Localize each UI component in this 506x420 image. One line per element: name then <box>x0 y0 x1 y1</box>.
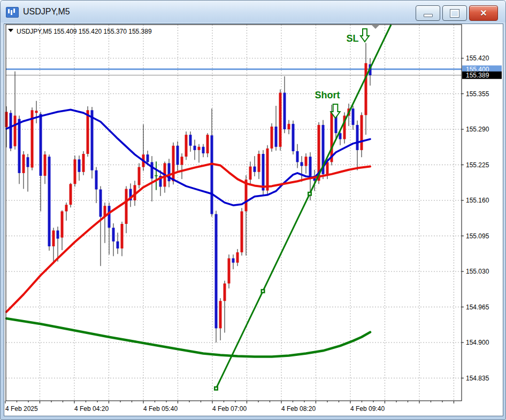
candle-body <box>202 147 205 153</box>
price-tick-label: 155.290 <box>466 126 489 133</box>
candle-body <box>125 189 128 224</box>
candle-body <box>138 167 141 185</box>
candle-body <box>27 157 29 167</box>
candle-body <box>219 301 222 328</box>
trendline-handle-center <box>216 387 217 389</box>
candle <box>215 211 218 343</box>
candle <box>228 254 231 288</box>
candle-body <box>61 212 64 238</box>
candle-body <box>177 146 179 165</box>
restore-icon <box>450 10 459 17</box>
time-tick-label: 4 Feb 08:20 <box>281 405 316 413</box>
title-bar[interactable]: USDJPY,M5 ✕ <box>1 1 505 22</box>
candle-body <box>57 230 59 238</box>
candle <box>48 154 51 251</box>
close-button[interactable]: ✕ <box>469 5 498 21</box>
price-tick-label: 155.420 <box>466 55 489 62</box>
chart-area[interactable]: 155.420155.355155.290155.225155.160155.0… <box>4 24 503 416</box>
candle-body <box>40 114 42 176</box>
trendline-handle-center <box>262 290 264 292</box>
candle-body <box>288 124 290 129</box>
candle-body <box>108 206 111 228</box>
candle-body <box>70 184 72 205</box>
candle <box>271 123 273 152</box>
candle-body <box>292 124 295 151</box>
candle-body <box>48 157 51 246</box>
candle-body <box>262 154 265 191</box>
restore-button[interactable] <box>442 5 467 21</box>
candle-body <box>194 146 196 150</box>
candle-body <box>215 214 218 329</box>
candle-body <box>99 190 102 217</box>
candle-body <box>87 110 89 154</box>
window-title: USDJPY,M5 <box>23 7 70 17</box>
candle-body <box>309 157 312 176</box>
time-tick-label: 4 Feb 09:40 <box>350 405 385 413</box>
candle <box>185 131 188 160</box>
candlestick-chart[interactable]: 155.420155.355155.290155.225155.160155.0… <box>4 24 503 416</box>
candle-body <box>181 157 183 165</box>
price-tick-label: 155.355 <box>466 90 489 98</box>
price-tick-label: 155.095 <box>466 232 489 240</box>
minimize-icon <box>424 14 433 17</box>
candle-body <box>172 146 175 182</box>
candle-body <box>283 93 286 130</box>
candle-body <box>296 151 299 162</box>
price-tick-label: 154.965 <box>466 304 489 311</box>
candle <box>279 89 282 151</box>
candle <box>292 121 295 155</box>
close-icon: ✕ <box>480 9 487 18</box>
annotation-text-short[interactable]: Short <box>315 90 340 100</box>
candle-body <box>198 147 201 150</box>
candle-body <box>352 108 355 125</box>
candle-body <box>44 154 47 176</box>
candle <box>31 107 34 170</box>
price-tick-label: 155.225 <box>466 161 489 169</box>
candle <box>10 110 12 151</box>
candle-body <box>305 157 308 166</box>
chart-window: USDJPY,M5 ✕ 155.420155.355155.290155.225… <box>0 0 506 420</box>
minimize-button[interactable] <box>416 5 440 21</box>
candle-body <box>95 170 98 190</box>
annotation-text-sl[interactable]: SL <box>346 33 358 44</box>
candle-body <box>18 119 21 173</box>
candle-body <box>365 63 367 115</box>
candle-body <box>275 127 278 147</box>
price-tick-label: 154.835 <box>466 375 489 382</box>
candle-body <box>271 127 273 149</box>
candle <box>322 120 325 180</box>
candle-body <box>117 242 119 248</box>
candle-body <box>14 115 17 146</box>
candle-body <box>236 252 239 262</box>
candle-body <box>249 167 252 180</box>
candle-body <box>356 125 359 150</box>
candle-body <box>35 111 38 113</box>
time-tick-label: 4 Feb 04:20 <box>74 405 109 413</box>
candle-body <box>254 167 256 172</box>
time-tick-label: 4 Feb 05:40 <box>143 405 178 413</box>
candle <box>241 208 243 255</box>
candle-body <box>185 135 188 157</box>
candle-body <box>22 154 25 173</box>
candle <box>343 112 346 143</box>
trendline-handle-center <box>309 193 311 195</box>
candle-body <box>266 149 269 191</box>
candle-body <box>189 135 192 146</box>
time-tick-label: 4 Feb 07:00 <box>212 405 247 413</box>
candle-body <box>301 162 303 166</box>
ohlc-header: USDJPY,M5 155.409 155.420 155.370 155.38… <box>8 28 152 35</box>
current-price-label: 155.389 <box>466 72 489 79</box>
candle-body <box>52 230 55 246</box>
price-tick-label: 155.030 <box>466 268 489 275</box>
candle-body <box>258 154 260 172</box>
price-tick-label: 155.160 <box>466 197 489 204</box>
candle-body <box>10 113 12 148</box>
time-tick-label: 4 Feb 2025 <box>5 405 38 413</box>
price-tick-label: 154.900 <box>466 339 489 346</box>
candle <box>74 155 76 186</box>
candle-body <box>279 93 282 147</box>
candle-body <box>65 205 68 211</box>
candle-body <box>232 258 235 262</box>
candle-body <box>228 258 231 283</box>
candle-body <box>112 228 115 242</box>
